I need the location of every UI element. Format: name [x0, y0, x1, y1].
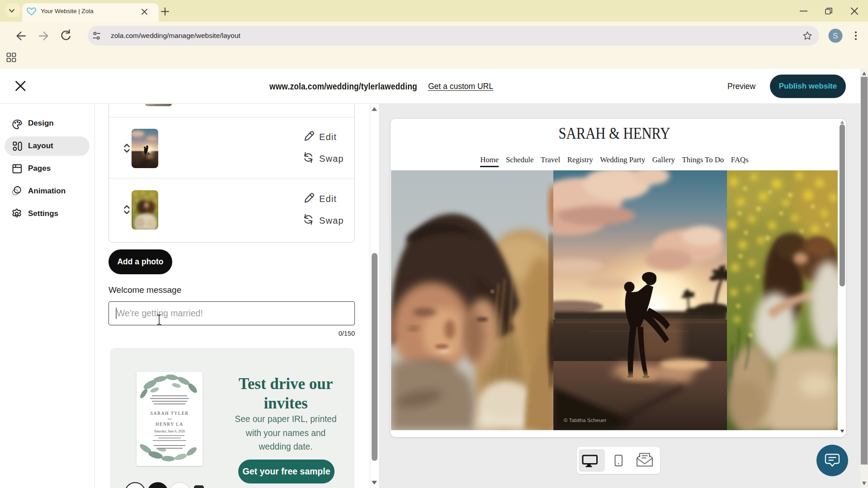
- svg-text:and: and: [168, 418, 172, 420]
- svg-text:© Tabitha Scheuer: © Tabitha Scheuer: [564, 418, 607, 423]
- svg-text:HENRY LA: HENRY LA: [156, 422, 183, 427]
- svg-text:SARAH & HENRY: SARAH & HENRY: [559, 124, 670, 142]
- svg-text:Saturday, June 6, 2026: Saturday, June 6, 2026: [154, 429, 185, 433]
- svg-text:SARAH TYLER: SARAH TYLER: [151, 411, 189, 416]
